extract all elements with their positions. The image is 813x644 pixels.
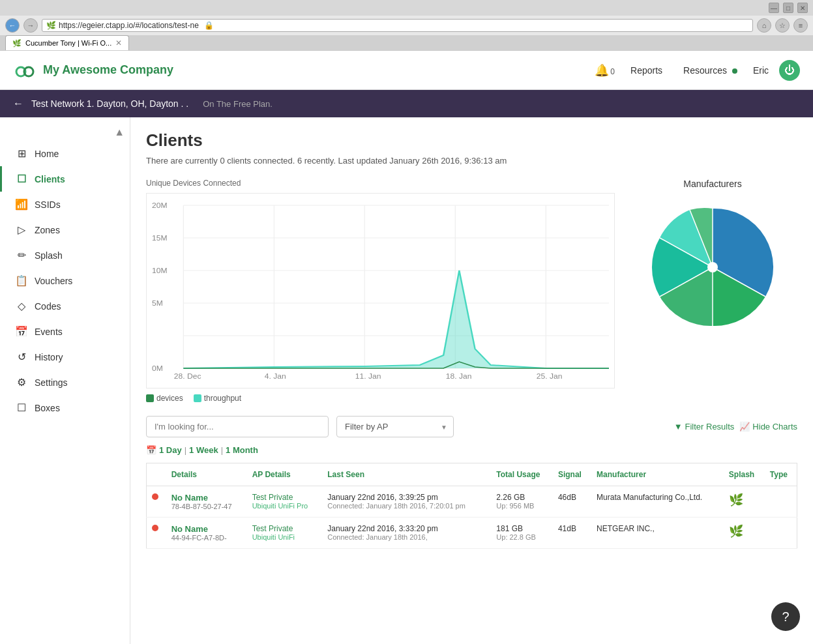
user-name[interactable]: Eric bbox=[753, 65, 769, 76]
forward-nav-btn[interactable]: → bbox=[23, 18, 38, 33]
row2-signal-cell: 41dB bbox=[553, 518, 591, 549]
sidebar-item-home[interactable]: ⊞ Home bbox=[0, 141, 130, 166]
browser-addressbar: ← → 🌿 https://egeier.ctapp.io/#/location… bbox=[0, 16, 813, 35]
sidebar-events-label: Events bbox=[35, 327, 63, 337]
row2-details-cell: No Name 44-94-FC-A7-8D- bbox=[166, 518, 247, 549]
sidebar-item-clients[interactable]: ☐ Clients bbox=[0, 166, 130, 192]
maximize-btn[interactable]: □ bbox=[783, 3, 793, 13]
sidebar-splash-label: Splash bbox=[35, 250, 63, 261]
col-splash[interactable]: Splash bbox=[724, 463, 765, 486]
row1-manufacturer-cell: Murata Manufacturing Co.,Ltd. bbox=[591, 486, 724, 518]
star-nav-btn[interactable]: ☆ bbox=[775, 18, 790, 33]
home-icon: ⊞ bbox=[15, 147, 28, 160]
sidebar-item-history[interactable]: ↺ History bbox=[0, 344, 130, 370]
week-filter-btn[interactable]: 1 Week bbox=[189, 445, 218, 455]
sidebar-item-boxes[interactable]: ☐ Boxes bbox=[0, 395, 130, 420]
throughput-dot bbox=[194, 394, 201, 402]
row1-details-cell: No Name 78-4B-87-50-27-47 bbox=[166, 486, 247, 518]
app-header: My Awesome Company 🔔0 Reports Resources … bbox=[0, 51, 813, 90]
sidebar-ssids-label: SSIDs bbox=[35, 199, 61, 210]
col-last-seen[interactable]: Last Seen bbox=[322, 463, 491, 486]
resources-btn[interactable]: Resources bbox=[678, 63, 743, 78]
row2-usage-cell: 181 GB Up: 22.8 GB bbox=[491, 518, 553, 549]
browser-tab-active[interactable]: 🌿 Cucumber Tony | Wi-Fi O... ✕ bbox=[5, 35, 129, 50]
col-total-usage[interactable]: Total Usage bbox=[491, 463, 553, 486]
row1-type-cell bbox=[765, 486, 797, 518]
sidebar: ▲ ⊞ Home ☐ Clients 📶 SSIDs ▷ Zones ✏ Spl… bbox=[0, 117, 130, 644]
row2-total-usage: 181 GB bbox=[496, 524, 548, 533]
tab-title: Cucumber Tony | Wi-Fi O... bbox=[25, 39, 111, 47]
boxes-icon: ☐ bbox=[15, 402, 28, 414]
row2-status-dot bbox=[152, 525, 158, 531]
splash-icon: ✏ bbox=[15, 249, 28, 261]
table-row: No Name 44-94-FC-A7-8D- Test Private Ubi… bbox=[147, 518, 797, 549]
row1-ap-name[interactable]: Test Private bbox=[252, 493, 318, 502]
sidebar-item-settings[interactable]: ⚙ Settings bbox=[0, 370, 130, 395]
back-nav-btn[interactable]: ← bbox=[5, 18, 20, 33]
line-chart-svg: 20M 15M 10M 5M 0M bbox=[152, 199, 609, 381]
sidebar-item-ssids[interactable]: 📶 SSIDs bbox=[0, 192, 130, 217]
row2-ap-name[interactable]: Test Private bbox=[252, 524, 318, 533]
row2-lastseen-cell: January 22nd 2016, 3:33:20 pm Connected:… bbox=[322, 518, 491, 549]
hide-charts-btn[interactable]: 📈 Hide Charts bbox=[739, 422, 797, 432]
row2-device-name[interactable]: No Name bbox=[171, 524, 242, 534]
address-bar[interactable]: 🌿 https://egeier.ctapp.io/#/locations/te… bbox=[42, 19, 753, 32]
app-body: ▲ ⊞ Home ☐ Clients 📶 SSIDs ▷ Zones ✏ Spl… bbox=[0, 117, 813, 644]
network-back-btn[interactable]: ← bbox=[13, 98, 23, 110]
page-title: Clients bbox=[146, 130, 797, 151]
help-btn[interactable]: ? bbox=[771, 602, 800, 631]
ap-filter-select[interactable]: Filter by AP bbox=[336, 416, 454, 437]
close-btn[interactable]: ✕ bbox=[797, 3, 808, 13]
line-chart-container: 20M 15M 10M 5M 0M bbox=[146, 193, 615, 388]
sidebar-item-codes[interactable]: ◇ Codes bbox=[0, 293, 130, 319]
svg-text:18. Jan: 18. Jan bbox=[446, 373, 472, 380]
sidebar-item-zones[interactable]: ▷ Zones bbox=[0, 217, 130, 242]
col-details[interactable]: Details bbox=[166, 463, 247, 486]
row1-ap-cell: Test Private Ubiquiti UniFi Pro bbox=[247, 486, 323, 518]
sidebar-collapse-btn[interactable]: ▲ bbox=[114, 126, 125, 138]
col-ap-details[interactable]: AP Details bbox=[247, 463, 323, 486]
row1-splash-icon: 🌿 bbox=[729, 493, 743, 506]
day-filter-btn[interactable]: 1 Day bbox=[159, 445, 182, 455]
line-chart-section: Unique Devices Connected 20M 15M 10M bbox=[146, 179, 615, 403]
resources-dot bbox=[732, 68, 737, 74]
network-name: Test Network 1. Dayton, OH, Dayton . . bbox=[31, 98, 188, 109]
header-nav: 🔔0 Reports Resources Eric ⏻ bbox=[595, 60, 800, 81]
month-filter-btn[interactable]: 1 Month bbox=[226, 445, 258, 455]
col-status bbox=[147, 463, 166, 486]
row2-ap-cell: Test Private Ubiquiti UniFi bbox=[247, 518, 323, 549]
main-content: Clients There are currently 0 clients co… bbox=[130, 117, 813, 644]
col-signal[interactable]: Signal bbox=[553, 463, 591, 486]
filter-results-label: Filter Results bbox=[685, 422, 735, 432]
ap-filter-wrap: Filter by AP bbox=[336, 416, 454, 437]
row2-splash-cell: 🌿 bbox=[724, 518, 765, 549]
sidebar-item-vouchers[interactable]: 📋 Vouchers bbox=[0, 268, 130, 293]
minimize-btn[interactable]: — bbox=[769, 3, 779, 13]
lock-icon: 🔒 bbox=[204, 21, 214, 30]
power-btn[interactable]: ⏻ bbox=[779, 60, 800, 81]
col-type[interactable]: Type bbox=[765, 463, 797, 486]
filter-actions: ▼ Filter Results 📈 Hide Charts bbox=[674, 422, 797, 432]
pie-chart-svg bbox=[641, 196, 784, 339]
svg-text:10M: 10M bbox=[152, 267, 167, 274]
bell-btn[interactable]: 🔔0 bbox=[595, 63, 615, 78]
calendar-icon: 📅 bbox=[146, 445, 156, 455]
svg-marker-18 bbox=[183, 271, 609, 368]
browser-chrome: — □ ✕ ← → 🌿 https://egeier.ctapp.io/#/lo… bbox=[0, 0, 813, 51]
col-manufacturer[interactable]: Manufacturer bbox=[591, 463, 724, 486]
reports-btn[interactable]: Reports bbox=[625, 63, 668, 78]
sidebar-item-events[interactable]: 📅 Events bbox=[0, 319, 130, 344]
favicon: 🌿 bbox=[46, 21, 56, 30]
network-bar: ← Test Network 1. Dayton, OH, Dayton . .… bbox=[0, 90, 813, 117]
filter-results-btn[interactable]: ▼ Filter Results bbox=[674, 422, 735, 432]
home-nav-btn[interactable]: ⌂ bbox=[757, 18, 771, 33]
search-input[interactable] bbox=[146, 416, 329, 437]
row2-splash-icon: 🌿 bbox=[729, 525, 743, 538]
sidebar-item-splash[interactable]: ✏ Splash bbox=[0, 242, 130, 268]
throughput-label: throughput bbox=[204, 394, 241, 403]
legend-throughput: throughput bbox=[194, 394, 241, 403]
row1-device-name[interactable]: No Name bbox=[171, 493, 242, 503]
network-plan: On The Free Plan. bbox=[203, 99, 273, 109]
menu-nav-btn[interactable]: ≡ bbox=[793, 18, 808, 33]
tab-close-btn[interactable]: ✕ bbox=[115, 38, 122, 48]
